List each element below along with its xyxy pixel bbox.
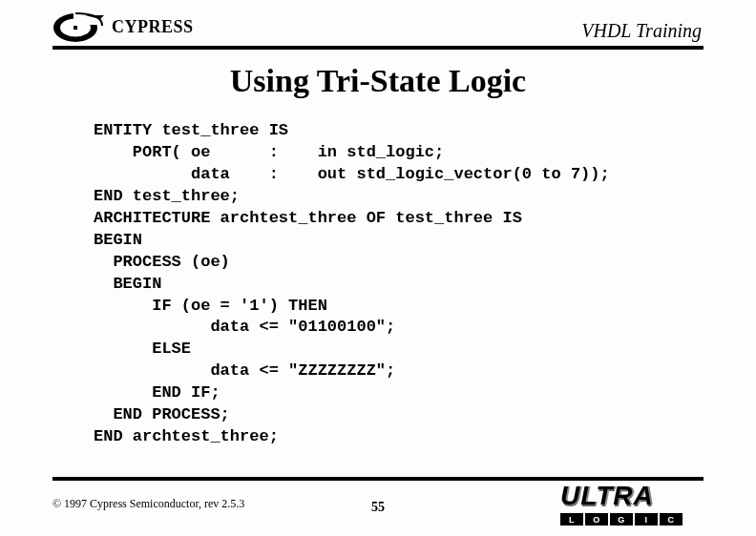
code-line: END IF; [94,383,220,402]
ultra-sub-letter: G [610,513,633,526]
slide-title: Using Tri-State Logic [0,63,756,99]
ultra-wordmark: ULTRA [560,481,704,511]
ultra-sublabel: L O G I C [560,513,704,526]
code-line: END archtest_three; [94,427,279,445]
code-line: END PROCESS; [94,405,230,423]
footer: © 1997 Cypress Semiconductor, rev 2.5.3 … [0,477,756,536]
header-divider [52,46,704,50]
brand-logo: CYPRESS [52,11,194,44]
code-line: data <= "ZZZZZZZZ"; [94,361,395,380]
copyright: © 1997 Cypress Semiconductor, rev 2.5.3 [52,497,244,511]
code-line: PORT( oe : in std_logic; [94,143,444,161]
course-title: VHDL Training [581,20,704,44]
ultra-sub-letter: L [560,513,583,526]
code-line: BEGIN [94,231,142,249]
svg-rect-3 [74,26,77,30]
ultra-sub-letter: I [635,513,658,526]
page-number: 55 [371,500,385,515]
code-line: IF (oe = '1') THEN [94,297,327,315]
brand-name: CYPRESS [112,17,194,39]
footer-row: © 1997 Cypress Semiconductor, rev 2.5.3 … [52,484,704,523]
code-line: END test_three; [94,187,240,205]
code-line: BEGIN [94,275,161,293]
code-line: ARCHITECTURE archtest_three OF test_thre… [94,209,522,227]
ultra-logo: ULTRA L O G I C [560,481,704,523]
code-line: data <= "01100100"; [94,318,395,336]
code-block: ENTITY test_three IS PORT( oe : in std_l… [94,120,756,448]
ultra-sub-letter: C [660,513,682,526]
cypress-icon [52,11,106,44]
code-line: ELSE [94,340,191,358]
code-line: data : out std_logic_vector(0 to 7)); [94,165,610,183]
header: CYPRESS VHDL Training [0,0,756,44]
code-line: PROCESS (oe) [94,253,230,271]
ultra-sub-letter: O [585,513,608,526]
code-line: ENTITY test_three IS [94,121,288,139]
